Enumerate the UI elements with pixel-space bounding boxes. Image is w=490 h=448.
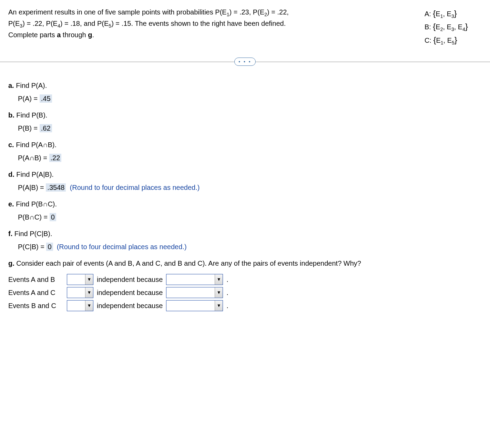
problem-header: An experiment results in one of five sam… (8, 7, 482, 47)
section-divider: • • • (8, 57, 482, 67)
part-e-text: Find P(B∩C). (16, 200, 57, 208)
g-mid-text: independent because (97, 274, 163, 285)
part-g-text: Consider each pair of events (A and B, A… (16, 259, 361, 267)
g-mid-text: independent because (97, 287, 163, 298)
part-g-answers: Events A and B ▼ independent because ▼ .… (8, 274, 482, 311)
g-ac-dropdown-2[interactable]: ▼ (166, 287, 223, 298)
part-c-text: Find P(A∩B). (16, 141, 57, 149)
part-c-label: c. (8, 141, 14, 149)
part-e-value[interactable]: 0 (50, 213, 56, 221)
part-b-answer: P(B) = .62 (18, 123, 482, 133)
part-e-label: e. (8, 200, 14, 208)
part-g-prompt: g. Consider each pair of events (A and B… (8, 258, 482, 268)
part-f-expr: P(C|B) = (18, 243, 44, 251)
part-g-label: g. (8, 259, 14, 267)
part-c-expr: P(A∩B) = (18, 154, 47, 162)
part-f-value[interactable]: 0 (46, 243, 53, 251)
part-c-prompt: c. Find P(A∩B). (8, 140, 482, 150)
g-ab-dropdown-2[interactable]: ▼ (166, 274, 223, 285)
g-mid-text: independent because (97, 301, 163, 311)
g-row-bc: Events B and C ▼ independent because ▼ . (8, 300, 482, 311)
part-b-value[interactable]: .62 (40, 124, 52, 132)
event-c-def: C: {E1, E5} (425, 33, 468, 47)
g-period: . (226, 287, 228, 298)
chevron-down-icon: ▼ (85, 274, 93, 285)
part-d-expr: P(A|B) = (18, 184, 44, 191)
part-a-text: Find P(A). (16, 82, 47, 89)
part-f-hint: (Round to four decimal places as needed.… (57, 243, 187, 251)
part-a-label: a. (8, 82, 14, 89)
part-d-hint: (Round to four decimal places as needed.… (70, 184, 200, 191)
g-period: . (226, 274, 228, 285)
part-f-label: f. (8, 230, 12, 237)
part-e-prompt: e. Find P(B∩C). (8, 199, 482, 209)
chevron-down-icon: ▼ (85, 287, 93, 298)
chevron-down-icon: ▼ (215, 301, 223, 311)
part-b-label: b. (8, 111, 14, 119)
g-row-ab: Events A and B ▼ independent because ▼ . (8, 274, 482, 285)
g-bc-dropdown-2[interactable]: ▼ (166, 300, 223, 311)
chevron-down-icon: ▼ (215, 274, 223, 285)
g-period: . (226, 301, 228, 311)
chevron-down-icon: ▼ (85, 301, 93, 311)
part-d-answer: P(A|B) = .3548 (Round to four decimal pl… (18, 182, 482, 193)
part-a-value[interactable]: .45 (40, 94, 52, 103)
part-a-answer: P(A) = .45 (18, 93, 482, 104)
part-a-prompt: a. Find P(A). (8, 80, 482, 91)
events-definition: A: {E1, E3} B: {E2, E3, E4} C: {E1, E5} (425, 7, 482, 47)
part-f-text: Find P(C|B). (14, 230, 52, 237)
part-f-prompt: f. Find P(C|B). (8, 228, 482, 239)
part-b-text: Find P(B). (16, 111, 47, 119)
g-ac-label: Events A and C (8, 287, 63, 298)
part-c-value[interactable]: .22 (49, 154, 62, 162)
part-d-text: Find P(A|B). (16, 171, 54, 178)
g-bc-dropdown-1[interactable]: ▼ (67, 300, 93, 311)
part-a-expr: P(A) = (18, 95, 38, 102)
g-ac-dropdown-1[interactable]: ▼ (67, 287, 93, 298)
part-e-expr: P(B∩C) = (18, 213, 48, 221)
part-f-answer: P(C|B) = 0 (Round to four decimal places… (18, 242, 482, 252)
g-ab-label: Events A and B (8, 274, 63, 285)
g-bc-label: Events B and C (8, 301, 63, 311)
event-b-def: B: {E2, E3, E4} (425, 20, 468, 33)
g-ab-dropdown-1[interactable]: ▼ (67, 274, 93, 285)
expand-dots-button[interactable]: • • • (234, 58, 256, 66)
part-d-label: d. (8, 171, 14, 178)
part-c-answer: P(A∩B) = .22 (18, 153, 482, 163)
part-b-prompt: b. Find P(B). (8, 110, 482, 120)
part-d-prompt: d. Find P(A|B). (8, 169, 482, 180)
g-row-ac: Events A and C ▼ independent because ▼ . (8, 287, 482, 298)
part-e-answer: P(B∩C) = 0 (18, 212, 482, 222)
chevron-down-icon: ▼ (215, 287, 223, 298)
part-b-expr: P(B) = (18, 124, 38, 132)
event-a-def: A: {E1, E3} (425, 7, 468, 20)
problem-statement: An experiment results in one of five sam… (8, 7, 294, 40)
part-d-value[interactable]: .3548 (46, 183, 66, 192)
